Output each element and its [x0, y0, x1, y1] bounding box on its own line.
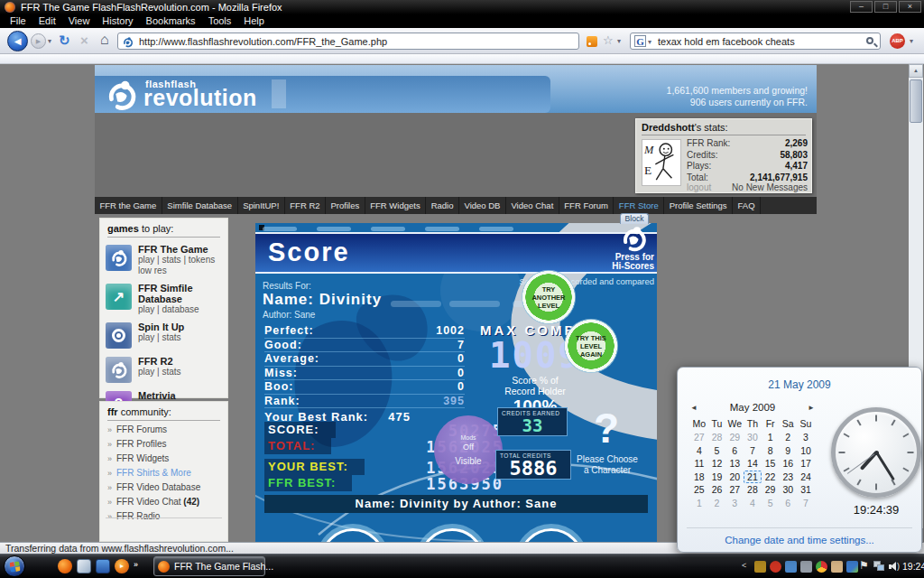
tab-profiles[interactable]: Profiles [326, 197, 365, 214]
adblock-block-tab[interactable]: Block [620, 213, 649, 224]
scrollbar-thumb[interactable] [910, 79, 922, 123]
game-extra-link[interactable]: low res [138, 266, 222, 276]
back-button[interactable]: ◀ [7, 31, 28, 51]
menu-edit[interactable]: Edit [32, 14, 62, 28]
change-datetime-link[interactable]: Change date and time settings... [678, 535, 921, 545]
calendar-day[interactable]: 31 [797, 483, 815, 497]
calendar-day[interactable]: 17 [797, 457, 815, 471]
game-name[interactable]: FFR R2 [138, 356, 222, 367]
forward-button[interactable]: ▶ [31, 33, 46, 49]
calendar-day[interactable]: 9 [779, 444, 797, 458]
logout-link[interactable]: logout [687, 182, 711, 192]
game-links[interactable]: play | stats [138, 367, 222, 378]
game-item-ffr-r2[interactable]: FFR R2play | stats [106, 356, 222, 384]
tab-spinitup[interactable]: SpinItUP! [238, 197, 285, 214]
spin-it-up-icon[interactable] [106, 322, 132, 349]
flag-icon[interactable]: ⚑ [859, 559, 871, 572]
calendar-day[interactable]: 30 [779, 483, 797, 497]
stop-button[interactable]: × [80, 33, 88, 48]
calendar-day[interactable]: 28 [708, 431, 726, 444]
tab-ffr-r2[interactable]: FFR R2 [285, 197, 326, 214]
calendar-month-label[interactable]: May 2009 [703, 402, 802, 413]
update-icon[interactable] [800, 561, 812, 573]
adblock-icon[interactable]: ABP [890, 33, 905, 49]
window-switcher-icon[interactable] [96, 559, 110, 573]
game-name[interactable]: FFR The Game [138, 244, 222, 255]
messenger-icon[interactable] [816, 561, 827, 573]
calendar-day[interactable]: 3 [725, 497, 744, 510]
menu-file[interactable]: File [4, 14, 32, 28]
calendar-day[interactable]: 23 [779, 471, 797, 484]
calendar-day[interactable]: 26 [708, 483, 726, 497]
messages-link[interactable]: No New Messages [732, 182, 808, 192]
close-button[interactable]: × [899, 1, 921, 13]
folder-icon[interactable] [831, 561, 843, 573]
menu-history[interactable]: History [96, 14, 139, 28]
rss-icon[interactable] [587, 36, 597, 47]
calendar-day[interactable]: 27 [725, 483, 744, 497]
search-engine-icon[interactable]: G [634, 35, 646, 47]
logo-text-bottom[interactable]: revolution [143, 85, 257, 111]
tray-clock[interactable]: 19:24 [902, 561, 924, 572]
tab-faq[interactable]: FAQ [733, 197, 761, 214]
calendar-day[interactable]: 19 [708, 471, 726, 484]
search-go-icon[interactable] [866, 37, 873, 44]
calendar-day[interactable]: 1 [762, 431, 780, 444]
display-icon[interactable] [785, 561, 797, 573]
mods-indicator[interactable]: Mods Off Visible [434, 415, 503, 484]
tab-ffr-forum[interactable]: FFR Forum [559, 197, 614, 214]
tab-profile-settings[interactable]: Profile Settings [664, 197, 733, 214]
calendar-day[interactable]: 24 [797, 471, 815, 484]
calendar-day[interactable]: 29 [725, 431, 744, 444]
calendar-day[interactable]: 27 [690, 431, 708, 444]
calendar-next-icon[interactable]: ► [802, 404, 815, 412]
firefox-icon[interactable] [58, 559, 72, 573]
community-link-ffr-profiles[interactable]: »FFR Profiles [107, 437, 220, 452]
bookmark-caret[interactable]: ▾ [617, 37, 621, 45]
calendar-day[interactable]: 7 [744, 444, 762, 458]
try-another-level-button[interactable]: TRY ANOTHER LEVEL [522, 270, 576, 324]
tab-video-db[interactable]: Video DB [459, 197, 506, 214]
calendar-day[interactable]: 5 [708, 444, 726, 458]
character-placeholder[interactable]: ? [594, 404, 619, 452]
menu-help[interactable]: Help [237, 14, 271, 28]
antivirus-icon[interactable] [770, 561, 781, 573]
url-text[interactable]: http://www.flashflashrevolution.com/FFR_… [139, 36, 387, 47]
search-engine-caret[interactable]: ▾ [648, 38, 651, 46]
community-link-ffr-forums[interactable]: »FFR Forums [107, 423, 220, 437]
game-item-ffr-the-game[interactable]: FFR The Gameplay | stats | tokenslow res [106, 244, 222, 276]
community-link-ffr-video-chat[interactable]: »FFR Video Chat (42) [107, 495, 220, 509]
calendar-day[interactable]: 25 [690, 483, 708, 497]
calendar-day[interactable]: 20 [725, 471, 744, 484]
calendar-day[interactable]: 5 [762, 497, 780, 510]
show-desktop-icon[interactable] [77, 559, 91, 573]
network-icon[interactable] [873, 561, 885, 572]
calendar-day[interactable]: 22 [762, 471, 780, 484]
calendar-day[interactable]: 4 [744, 497, 762, 510]
ffr-r2-icon[interactable] [106, 357, 132, 383]
calendar-day[interactable]: 6 [779, 497, 797, 510]
ffr-game-icon[interactable] [106, 245, 132, 271]
tab-simfile-database[interactable]: Simfile Database [162, 197, 238, 214]
game-links[interactable]: play | stats [138, 332, 222, 343]
calendar-day[interactable]: 8 [762, 444, 780, 458]
media-player-icon[interactable]: ▸ [115, 559, 129, 573]
community-link-ffr-radio[interactable]: »FFR Radio [107, 509, 220, 524]
calendar-day[interactable]: 1 [690, 497, 708, 510]
game-name[interactable]: FFR Simfile Database [138, 283, 222, 304]
calendar-day[interactable]: 14 [744, 457, 762, 471]
start-button[interactable] [4, 555, 25, 577]
calendar-day[interactable]: 4 [690, 444, 708, 458]
url-bar[interactable]: http://www.flashflashrevolution.com/FFR_… [117, 33, 579, 50]
game-links[interactable]: play | database [138, 304, 222, 315]
calendar-day[interactable]: 16 [779, 457, 797, 471]
simfile-database-icon[interactable]: ↗ [106, 284, 132, 310]
press-for-hi-scores[interactable]: Press for Hi-Scores [612, 253, 654, 271]
tray-expand-icon[interactable]: < [742, 561, 746, 570]
calendar-day[interactable]: 2 [708, 497, 726, 510]
scroll-up-button[interactable]: ▲ [909, 64, 923, 78]
community-link-ffr-shirts-more[interactable]: »FFR Shirts & More [107, 466, 220, 480]
taskbar-window-button[interactable]: FFR The Game Flash... [153, 556, 265, 576]
security-icon[interactable] [754, 561, 766, 573]
menu-tools[interactable]: Tools [202, 14, 238, 28]
